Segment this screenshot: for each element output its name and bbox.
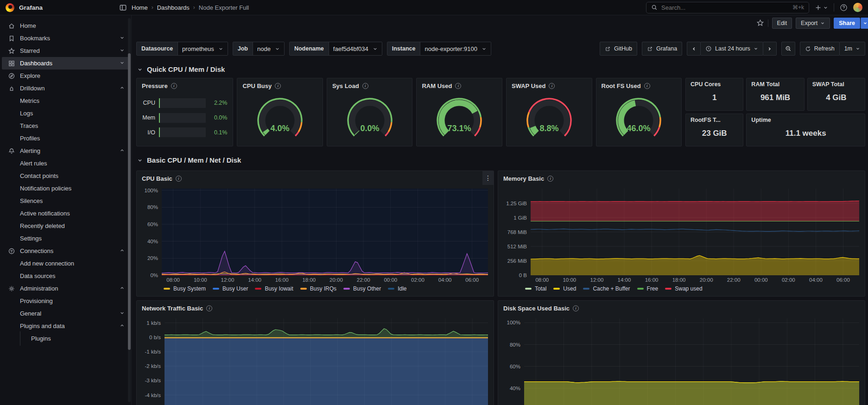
sidebar-item-add-new-connection[interactable]: Add new connection	[2, 257, 129, 270]
info-icon[interactable]	[206, 305, 212, 311]
add-new-button[interactable]	[815, 4, 828, 11]
chart-plot[interactable]	[524, 318, 859, 405]
edit-button[interactable]: Edit	[772, 18, 792, 29]
info-icon[interactable]	[171, 83, 177, 89]
sidebar-item-active-notifications[interactable]: Active notifications	[2, 207, 129, 220]
info-icon[interactable]	[573, 305, 579, 311]
info-icon[interactable]	[644, 83, 650, 89]
grafana-link-button[interactable]: Grafana	[642, 42, 682, 56]
chevron-up-icon[interactable]	[120, 147, 125, 154]
legend-item-swap-used[interactable]: Swap used	[665, 285, 702, 292]
stat-value: 961 MiB	[751, 88, 799, 108]
time-shift-back-button[interactable]	[687, 42, 701, 56]
sidebar-item-settings[interactable]: Settings	[2, 232, 129, 245]
grafana-logo-icon[interactable]	[6, 3, 14, 12]
x-axis-label: 14:00	[618, 277, 631, 283]
search-input-box[interactable]: ⌘+k	[646, 2, 809, 13]
sidebar-item-bookmarks[interactable]: Bookmarks	[2, 32, 129, 44]
pressure-label: CPU	[139, 100, 155, 106]
legend-item-busy-user[interactable]: Busy User	[213, 285, 248, 292]
y-axis: 0 B256 MiB512 MiB768 MiB1 GiB1.25 GiB	[502, 189, 531, 275]
info-icon[interactable]	[547, 176, 553, 182]
sidebar-toggle-icon[interactable]	[119, 4, 127, 12]
share-caret-button[interactable]	[861, 18, 868, 29]
chevron-up-icon[interactable]	[120, 323, 125, 329]
info-icon[interactable]	[362, 83, 368, 89]
breadcrumb-item-dashboards[interactable]: Dashboards	[157, 4, 190, 11]
zoom-out-time-button[interactable]	[781, 42, 795, 56]
breadcrumb-item-home[interactable]: Home	[132, 4, 148, 11]
time-range-picker[interactable]: Last 24 hours	[700, 42, 763, 56]
chevron-up-icon[interactable]	[120, 247, 125, 254]
chevron-down-icon[interactable]	[120, 47, 125, 54]
sidebar-item-administration[interactable]: Administration	[2, 282, 129, 295]
panel-ram-used: RAM Used 73.1%	[416, 78, 502, 146]
chart-plot[interactable]	[165, 318, 488, 405]
star-dashboard-icon[interactable]	[756, 19, 764, 27]
sidebar-item-starred[interactable]: Starred	[2, 44, 129, 57]
sidebar-item-explore[interactable]: Explore	[2, 70, 129, 82]
variable-value-dropdown[interactable]: prometheus	[178, 42, 228, 55]
stat-value: 23 GiB	[691, 123, 738, 143]
sidebar-item-provisioning[interactable]: Provisioning	[2, 295, 129, 307]
share-button[interactable]: Share	[834, 18, 860, 29]
sidebar-item-silences[interactable]: Silences	[2, 195, 129, 207]
help-icon[interactable]	[840, 4, 848, 12]
sidebar-item-alert-rules[interactable]: Alert rules	[2, 157, 129, 170]
sidebar-item-plugins-and-data[interactable]: Plugins and data	[2, 320, 129, 332]
legend-item-busy-system[interactable]: Busy System	[164, 285, 206, 292]
panel-menu-icon[interactable]: ⋮	[482, 171, 494, 185]
search-input[interactable]	[661, 4, 789, 11]
legend-item-used[interactable]: Used	[553, 285, 576, 292]
stat-title: Uptime	[751, 117, 860, 123]
export-button[interactable]: Export	[796, 18, 830, 29]
info-icon[interactable]	[549, 83, 555, 89]
legend-item-free[interactable]: Free	[637, 285, 659, 292]
sidebar-item-plugins[interactable]: Plugins	[2, 332, 129, 345]
sidebar-item-general[interactable]: General	[2, 307, 129, 320]
chevron-up-icon[interactable]	[120, 285, 125, 292]
sidebar-scrollbar[interactable]	[128, 18, 131, 402]
legend-item-busy-irqs[interactable]: Busy IRQs	[300, 285, 336, 292]
chart-plot[interactable]	[531, 189, 859, 275]
legend-item-busy-other[interactable]: Busy Other	[343, 285, 381, 292]
sidebar-item-contact-points[interactable]: Contact points	[2, 170, 129, 182]
chevron-down-icon[interactable]	[120, 35, 125, 42]
sidebar-item-logs[interactable]: Logs	[2, 107, 129, 120]
stat-title: CPU Cores	[691, 81, 738, 88]
legend-item-cache-buffer[interactable]: Cache + Buffer	[583, 285, 630, 292]
info-icon[interactable]	[455, 83, 461, 89]
sidebar-item-connections[interactable]: Connections	[2, 245, 129, 257]
sidebar-item-home[interactable]: Home	[2, 19, 129, 32]
sidebar-item-metrics[interactable]: Metrics	[2, 95, 129, 107]
chevron-down-icon[interactable]	[120, 60, 125, 67]
user-avatar[interactable]	[853, 3, 862, 12]
legend-item-idle[interactable]: Idle	[388, 285, 406, 292]
sidebar-item-notification-policies[interactable]: Notification policies	[2, 182, 129, 195]
sidebar-item-label: Provisioning	[20, 297, 53, 304]
section-quick-cpu-mem-disk[interactable]: Quick CPU / Mem / Disk	[137, 65, 865, 73]
github-link-button[interactable]: GitHub	[600, 42, 637, 56]
legend-item-total[interactable]: Total	[525, 285, 546, 292]
variable-value-dropdown[interactable]: node	[253, 42, 284, 55]
sidebar-item-data-sources[interactable]: Data sources	[2, 270, 129, 282]
sidebar-item-recently-deleted[interactable]: Recently deleted	[2, 220, 129, 232]
sidebar-item-dashboards[interactable]: Dashboards	[2, 57, 129, 70]
variable-value-dropdown[interactable]: faef5d4bf034	[329, 42, 382, 55]
x-axis-label: 16:00	[275, 277, 289, 283]
section-basic-cpu-mem-net-disk[interactable]: Basic CPU / Mem / Net / Disk	[137, 156, 865, 164]
sidebar-item-alerting[interactable]: Alerting	[2, 145, 129, 157]
chevron-up-icon[interactable]	[120, 85, 125, 92]
sidebar-item-profiles[interactable]: Profiles	[2, 132, 129, 145]
variable-value-dropdown[interactable]: node-exporter:9100	[420, 42, 490, 55]
info-icon[interactable]	[176, 176, 182, 182]
sidebar-item-drilldown[interactable]: Drilldown	[2, 82, 129, 95]
info-icon[interactable]	[275, 83, 281, 89]
chevron-down-icon[interactable]	[120, 310, 125, 317]
chart-plot[interactable]	[162, 189, 488, 275]
time-shift-forward-button[interactable]	[763, 42, 777, 56]
refresh-interval-picker[interactable]: 1m	[839, 42, 865, 56]
sidebar-item-traces[interactable]: Traces	[2, 120, 129, 132]
legend-item-busy-iowait[interactable]: Busy Iowait	[255, 285, 293, 292]
refresh-button[interactable]: Refresh	[800, 42, 840, 56]
